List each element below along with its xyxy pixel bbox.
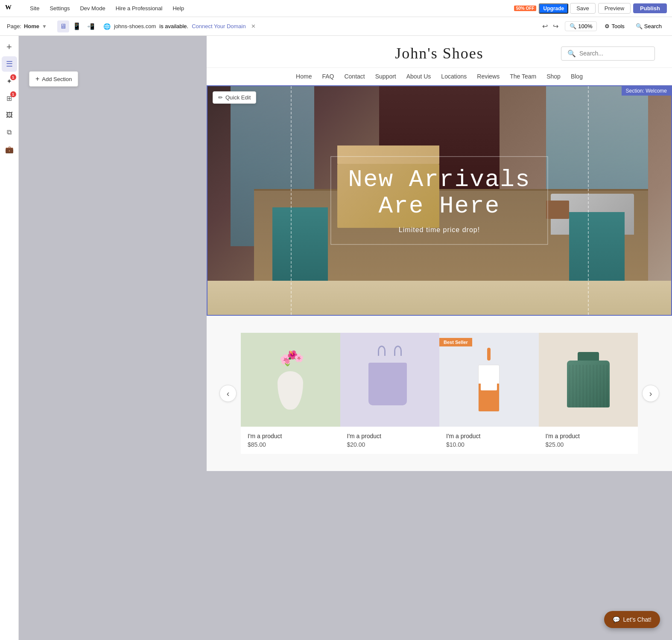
- bag-handle-right: [394, 346, 402, 356]
- sidebar-media-icon[interactable]: 🖼: [2, 108, 17, 123]
- product-price-4: $25.00: [546, 441, 631, 448]
- sidebar-portfolio-icon[interactable]: 💼: [2, 142, 17, 157]
- preview-button[interactable]: Preview: [598, 3, 631, 14]
- product-card-4[interactable]: I'm a product $25.00: [539, 333, 638, 454]
- connect-domain-link[interactable]: Connect Your Domain: [192, 23, 245, 29]
- chat-label: Let's Chat!: [623, 616, 652, 623]
- tools-icon: ⚙: [605, 23, 610, 29]
- zoom-control[interactable]: 🔍 100%: [565, 21, 597, 31]
- desktop-icon[interactable]: 🖥: [57, 20, 69, 32]
- nav-site[interactable]: Site: [25, 5, 44, 12]
- search-icon: 🔍: [567, 49, 576, 58]
- canvas: John's Shoes 🔍 Home FAQ Contact Support …: [207, 36, 672, 471]
- product-info-2: I'm a product $20.00: [340, 427, 440, 454]
- nav-devmode[interactable]: Dev Mode: [75, 5, 110, 12]
- carousel-next-button[interactable]: ›: [642, 385, 659, 402]
- topbar: W Site Settings Dev Mode Hire a Professi…: [0, 0, 672, 17]
- product-image-4: [539, 333, 638, 427]
- redo-button[interactable]: ↪: [551, 21, 561, 32]
- wix-logo: W: [5, 3, 19, 13]
- zoom-level: 100%: [578, 23, 592, 29]
- add-section-button[interactable]: + Add Section: [29, 71, 78, 87]
- search-label: Search: [644, 23, 662, 29]
- right-controls: ↩ ↪ 🔍 100% ⚙ Tools 🔍 Search: [540, 21, 665, 32]
- mobile-icon[interactable]: 📲: [85, 20, 96, 32]
- hero-title: New Arrivals Are Here: [348, 167, 530, 219]
- scene-coffee: [546, 201, 569, 219]
- tablet-icon[interactable]: 📱: [71, 20, 83, 32]
- nav-locations[interactable]: Locations: [441, 73, 467, 80]
- media-icon: 🖼: [6, 111, 13, 119]
- blocks-icon: ⧉: [7, 128, 12, 136]
- nav-help[interactable]: Help: [167, 5, 189, 12]
- product-image-3: Best Seller: [439, 333, 539, 427]
- product-name-3: I'm a product: [446, 433, 532, 439]
- plus-icon: +: [6, 41, 12, 52]
- nav-contact[interactable]: Contact: [344, 73, 365, 80]
- product-card-2[interactable]: I'm a product $20.00: [340, 333, 440, 454]
- product-info-4: I'm a product $25.00: [539, 427, 638, 454]
- page-selector[interactable]: Page: Home ▼: [7, 23, 47, 29]
- product-price-3: $10.00: [446, 441, 532, 448]
- pages-icon: ☰: [6, 59, 13, 69]
- nav-team[interactable]: The Team: [510, 73, 536, 80]
- product-info-3: I'm a product $10.00: [439, 427, 539, 454]
- nav-hire[interactable]: Hire a Professional: [111, 5, 168, 12]
- editor-layout: + ☰ ✦ 1 ⊞ 1 🖼 ⧉ 💼 + Add Section: [0, 36, 672, 640]
- page-dropdown-icon[interactable]: ▼: [42, 23, 47, 29]
- svg-text:W: W: [5, 4, 12, 11]
- hero-section: Section: Welcome ✏ Quick Edit: [207, 85, 672, 316]
- vase-illustration: 🌸 🌺 🌸 🌷: [273, 350, 307, 410]
- upgrade-button[interactable]: Upgrade: [539, 3, 568, 14]
- canvas-wrapper[interactable]: + Add Section John's Shoes 🔍 Home: [19, 36, 672, 640]
- hero-subtitle: Limited time price drop!: [348, 227, 530, 234]
- domain-name: johns-shoes.com: [114, 23, 156, 29]
- nav-faq[interactable]: FAQ: [322, 73, 334, 80]
- nav-home[interactable]: Home: [296, 73, 312, 80]
- product-card-1[interactable]: 🌸 🌺 🌸 🌷 I'm a product: [241, 333, 340, 454]
- product-info-1: I'm a product $85.00: [241, 427, 340, 454]
- publish-button[interactable]: Publish: [633, 3, 667, 13]
- best-seller-badge: Best Seller: [439, 338, 472, 346]
- pencil-icon: ✏: [218, 94, 223, 101]
- save-button[interactable]: Save: [570, 3, 596, 14]
- undo-button[interactable]: ↩: [540, 21, 550, 32]
- quick-edit-button[interactable]: ✏ Quick Edit: [213, 91, 256, 104]
- sidebar-apps-icon[interactable]: ⊞ 1: [2, 90, 17, 106]
- sidebar-pages-icon[interactable]: ☰: [2, 56, 17, 72]
- nav-shop[interactable]: Shop: [546, 73, 561, 80]
- sweater-body: [567, 361, 610, 407]
- hero-title-line2: Are Here: [379, 192, 500, 220]
- dashed-line-right: [588, 86, 589, 315]
- site-search-input[interactable]: [579, 50, 648, 57]
- search-button[interactable]: 🔍 Search: [632, 21, 665, 31]
- bottle-dropper: [487, 348, 491, 361]
- hero-background: New Arrivals Are Here Limited time price…: [207, 86, 671, 315]
- nav-settings[interactable]: Settings: [44, 5, 75, 12]
- sidebar-design-icon[interactable]: ✦ 1: [2, 73, 17, 89]
- carousel-prev-button[interactable]: ‹: [219, 385, 237, 402]
- nav-support[interactable]: Support: [375, 73, 396, 80]
- sidebar-add-icon[interactable]: +: [2, 39, 17, 55]
- sidebar-blocks-icon[interactable]: ⧉: [2, 125, 17, 140]
- product-name-1: I'm a product: [248, 433, 333, 439]
- tools-label: Tools: [611, 23, 624, 29]
- chat-button[interactable]: 💬 Let's Chat!: [604, 611, 660, 628]
- site-search-bar[interactable]: 🔍: [561, 47, 655, 61]
- sweater-neck: [578, 352, 599, 361]
- site-nav: Home FAQ Contact Support About Us Locati…: [207, 68, 672, 85]
- add-section-icon: +: [35, 75, 39, 83]
- nav-reviews[interactable]: Reviews: [477, 73, 500, 80]
- page-label: Page:: [7, 23, 21, 29]
- close-domain-bar-icon[interactable]: ✕: [251, 23, 256, 29]
- domain-availability: is available.: [159, 23, 188, 29]
- bag-body: [368, 363, 407, 405]
- nav-blog[interactable]: Blog: [571, 73, 583, 80]
- product-card-3[interactable]: Best Seller I'm a pro: [439, 333, 539, 454]
- bag-handle-left: [378, 346, 386, 356]
- tote-bag-illustration: [368, 354, 411, 405]
- page-name: Home: [24, 23, 39, 29]
- apps-badge: 1: [10, 91, 16, 97]
- nav-about[interactable]: About Us: [406, 73, 431, 80]
- tools-button[interactable]: ⚙ Tools: [601, 21, 628, 31]
